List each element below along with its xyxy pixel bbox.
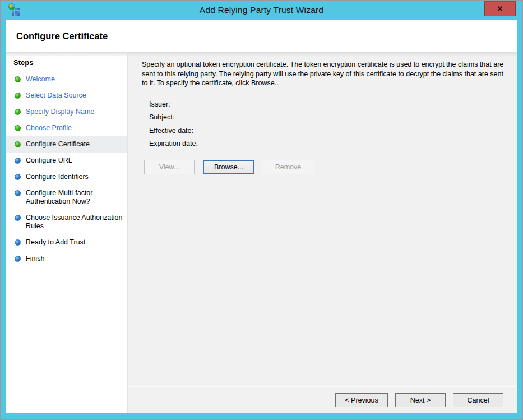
steps-list: Welcome Select Data Source Specify Displ…	[6, 71, 127, 267]
sidebar-step[interactable]: Specify Display Name	[6, 104, 127, 120]
browse-button[interactable]: Browse...	[203, 160, 254, 174]
close-button[interactable]: ✕	[484, 1, 516, 16]
step-label: Ready to Add Trust	[26, 238, 85, 247]
next-button[interactable]: Next >	[395, 393, 446, 407]
step-status-icon	[15, 141, 21, 147]
step-label: Choose Profile	[26, 124, 72, 132]
title-bar: Add Relying Party Trust Wizard ✕	[6, 1, 517, 20]
sidebar-step[interactable]: Welcome	[6, 71, 127, 87]
remove-button: Remove	[263, 160, 313, 174]
sidebar-step: Ready to Add Trust	[6, 234, 127, 251]
view-button: View...	[144, 160, 195, 174]
page-title: Configure Certificate	[16, 31, 108, 41]
subject-label: Subject:	[149, 111, 492, 124]
step-label: Choose Issuance Authorization Rules	[26, 214, 124, 230]
step-status-icon	[15, 190, 21, 196]
main-panel: Specify an optional token encryption cer…	[128, 52, 517, 413]
step-label: Configure Certificate	[26, 140, 90, 149]
step-status-icon	[15, 109, 21, 115]
certificate-actions: View... Browse... Remove	[144, 160, 509, 174]
step-status-icon	[15, 215, 21, 221]
step-status-icon	[15, 256, 21, 262]
wizard-body: Configure Certificate Steps Welcome Sele…	[6, 20, 517, 413]
step-label: Configure URL	[26, 156, 72, 165]
sidebar-step: Choose Issuance Authorization Rules	[6, 210, 127, 234]
expiration-date-label: Expiration date:	[149, 137, 492, 151]
sidebar-step: Finish	[6, 251, 127, 267]
step-label: Welcome	[26, 75, 55, 84]
sidebar-step: Configure URL	[6, 153, 127, 169]
step-label: Specify Display Name	[26, 108, 94, 116]
issuer-label: Issuer:	[149, 98, 492, 112]
sidebar-step: Configure Certificate	[6, 136, 127, 153]
page-header: Configure Certificate	[6, 20, 517, 52]
previous-button[interactable]: < Previous	[335, 393, 388, 407]
wizard-footer: < Previous Next > Cancel	[128, 386, 517, 413]
steps-sidebar: Steps Welcome Select Data Source Specify…	[6, 52, 128, 413]
step-status-icon	[15, 76, 21, 82]
step-label: Configure Multi-factor Authentication No…	[26, 189, 124, 206]
step-label: Finish	[26, 255, 44, 263]
window-title: Add Relying Party Trust Wizard	[200, 5, 323, 15]
sidebar-step: Configure Identifiers	[6, 169, 127, 185]
adfs-wizard-icon	[7, 3, 22, 17]
step-status-icon	[15, 158, 21, 164]
cancel-button[interactable]: Cancel	[453, 393, 503, 407]
step-status-icon	[15, 174, 21, 180]
sidebar-step: Configure Multi-factor Authentication No…	[6, 185, 127, 210]
sidebar-step[interactable]: Choose Profile	[6, 120, 127, 136]
page-description: Specify an optional token encryption cer…	[142, 60, 509, 88]
step-label: Select Data Source	[26, 91, 86, 100]
step-label: Configure Identifiers	[26, 173, 89, 181]
sidebar-step[interactable]: Select Data Source	[6, 87, 127, 104]
steps-heading: Steps	[6, 52, 127, 71]
step-status-icon	[15, 239, 21, 246]
wizard-window: Add Relying Party Trust Wizard ✕ Configu…	[0, 0, 523, 420]
effective-date-label: Effective date:	[149, 124, 492, 138]
step-status-icon	[15, 125, 21, 131]
certificate-info-box: Issuer: Subject: Effective date: Expirat…	[142, 94, 499, 150]
step-status-icon	[15, 93, 21, 99]
